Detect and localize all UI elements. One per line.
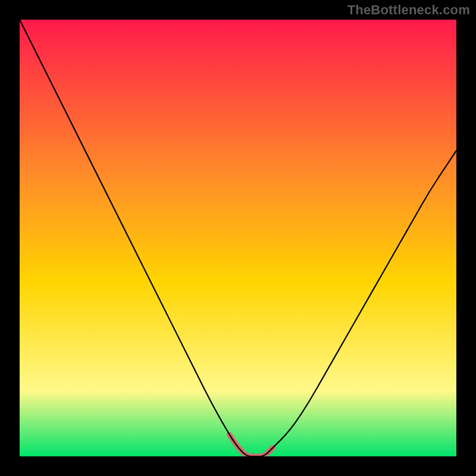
chart-frame: TheBottleneck.com xyxy=(0,0,476,476)
heatmap-background xyxy=(20,20,456,456)
plot-area xyxy=(20,20,456,456)
bottleneck-chart xyxy=(20,20,456,456)
watermark-text: TheBottleneck.com xyxy=(347,2,470,18)
